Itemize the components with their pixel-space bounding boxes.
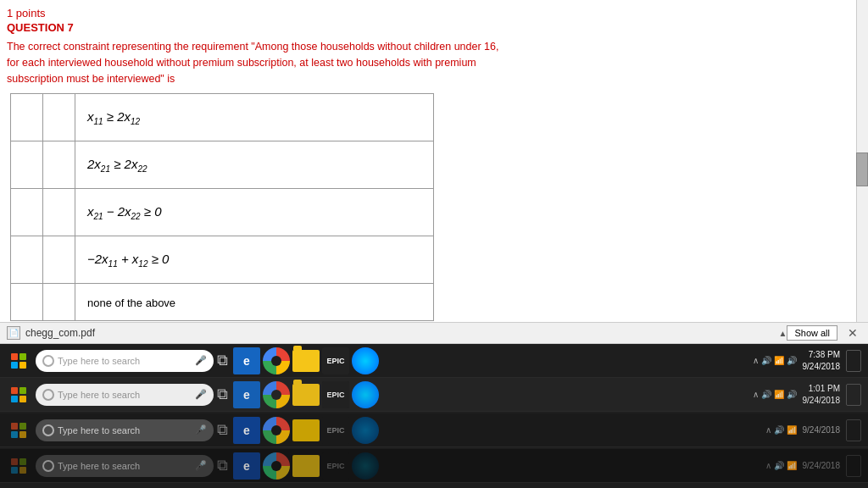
- notification-icon-4[interactable]: [846, 455, 861, 477]
- option-1-math: x11 ≥ 2x12: [87, 109, 140, 124]
- option-4-math: −2x11 + x12 ≥ 0: [87, 252, 169, 266]
- table-row: x21 − 2x22 ≥ 0: [11, 189, 434, 236]
- app-icon-1a[interactable]: EPIC: [322, 347, 349, 374]
- letter-cell-5: [43, 284, 75, 321]
- task-view-icon-4[interactable]: ⧉: [217, 457, 228, 474]
- folder-icon-4[interactable]: [292, 455, 320, 477]
- edge-icon-4[interactable]: e: [233, 452, 260, 480]
- edge-icon-2[interactable]: e: [233, 381, 260, 408]
- app-icon-3a[interactable]: EPIC: [322, 417, 349, 444]
- taskbar-apps-2: e EPIC: [233, 381, 379, 408]
- search-bar-2[interactable]: Type here to search 🎤: [36, 384, 214, 406]
- task-view-icon-1[interactable]: ⧉: [217, 352, 228, 369]
- option-5-content: none of the above: [75, 284, 434, 321]
- tray-wifi-2: 📶: [774, 390, 784, 399]
- edge-icon-1[interactable]: e: [233, 347, 260, 374]
- points-top-label: 1 points: [7, 7, 851, 19]
- option-3-content: x21 − 2x22 ≥ 0: [75, 189, 434, 236]
- search-bar-4[interactable]: Type here to search 🎤: [36, 455, 214, 477]
- notification-icon-1[interactable]: [846, 350, 861, 372]
- taskbar-row-4-right: ∧ 🔊 📶 9/24/2018: [765, 455, 869, 477]
- task-view-icon-2[interactable]: ⧉: [217, 385, 228, 403]
- start-button-4[interactable]: [3, 449, 34, 483]
- app-icon-3b[interactable]: [352, 417, 379, 444]
- table-row: 2x21 ≥ 2x22: [11, 141, 434, 189]
- clock-1: 7:38 PM 9/24/2018: [803, 349, 841, 373]
- tray-vol-4: 🔊: [774, 461, 784, 470]
- letter-cell-1: [43, 94, 75, 141]
- task-view-icon-3[interactable]: ⧉: [217, 421, 228, 439]
- option-4-content: −2x11 + x12 ≥ 0: [75, 236, 434, 284]
- notification-icon-3[interactable]: [846, 419, 861, 441]
- tray-chevron-3[interactable]: ∧: [765, 425, 771, 435]
- tray-wifi-4: 📶: [787, 461, 797, 470]
- clock-4: 9/24/2018: [803, 460, 841, 472]
- taskbar-row-4: Type here to search 🎤 ⧉ e EPIC ∧ 🔊 📶 9/2…: [0, 449, 868, 483]
- folder-icon-3[interactable]: [292, 419, 320, 441]
- table-row: none of the above: [11, 284, 434, 321]
- pdf-file-icon: 📄: [7, 326, 20, 340]
- chrome-icon-3[interactable]: [263, 417, 290, 444]
- radio-cell-4[interactable]: [11, 236, 43, 284]
- scrollbar-track[interactable]: [856, 0, 868, 322]
- search-bar-1[interactable]: Type here to search 🎤: [36, 350, 214, 372]
- tray-chevron-4[interactable]: ∧: [765, 461, 771, 470]
- mic-icon-4: 🎤: [195, 460, 207, 471]
- search-placeholder-1: Type here to search: [58, 356, 140, 366]
- app-icon-2a[interactable]: EPIC: [322, 381, 349, 408]
- start-button-1[interactable]: [3, 344, 34, 378]
- tray-network-icon-1: 🔊: [761, 356, 771, 365]
- radio-cell-2[interactable]: [11, 141, 43, 189]
- cortana-icon-1: [42, 355, 54, 367]
- scrollbar-thumb[interactable]: [856, 152, 868, 186]
- search-bar-3[interactable]: Type here to search 🎤: [36, 419, 214, 441]
- options-table: x11 ≥ 2x12 2x21 ≥ 2x22: [10, 93, 434, 321]
- taskbar-row-3-left: Type here to search 🎤 ⧉ e EPIC: [0, 413, 765, 447]
- clock-3: 9/24/2018: [803, 424, 841, 436]
- option-3-math: x21 − 2x22 ≥ 0: [87, 204, 162, 219]
- table-row: −2x11 + x12 ≥ 0: [11, 236, 434, 284]
- windows-logo-icon-2: [11, 387, 26, 402]
- clock-time-1: 7:38 PM: [803, 349, 841, 361]
- tray-volume-icon-1: 🔊: [787, 356, 797, 365]
- taskbar-apps-4: e EPIC: [233, 452, 379, 480]
- cortana-icon-3: [42, 424, 54, 436]
- tray-vol-2: 🔊: [787, 390, 797, 399]
- clock-2: 1:01 PM 9/24/2018: [803, 383, 841, 407]
- option-2-math: 2x21 ≥ 2x22: [87, 157, 147, 171]
- taskbar-row-1-left: Type here to search 🎤 ⧉ e EPIC: [0, 344, 753, 378]
- search-placeholder-2: Type here to search: [58, 390, 140, 400]
- start-button-3[interactable]: [3, 413, 34, 447]
- app-icon-4a[interactable]: EPIC: [322, 452, 349, 480]
- app-icon-4b[interactable]: [352, 452, 379, 480]
- folder-icon-1[interactable]: [292, 350, 320, 372]
- mic-icon-1: 🎤: [195, 355, 207, 366]
- cortana-icon-2: [42, 389, 54, 401]
- notification-icon-2[interactable]: [846, 384, 861, 406]
- none-of-above-text: none of the above: [87, 297, 175, 309]
- show-all-button[interactable]: Show all: [787, 325, 837, 341]
- radio-cell-1[interactable]: [11, 94, 43, 141]
- chrome-icon-1[interactable]: [263, 347, 290, 374]
- chrome-icon-4[interactable]: [263, 452, 290, 480]
- app-icon-1b[interactable]: [352, 347, 379, 374]
- app-icon-2b[interactable]: [352, 381, 379, 408]
- start-button-2[interactable]: [3, 378, 34, 412]
- tray-wifi-icon-1: 📶: [774, 356, 784, 365]
- clock-date-3b: 9/24/2018: [803, 424, 841, 436]
- letter-cell-2: [43, 141, 75, 189]
- option-1-content: x11 ≥ 2x12: [75, 94, 434, 141]
- edge-icon-3[interactable]: e: [233, 417, 260, 444]
- tray-chevron-2[interactable]: ∧: [753, 390, 759, 399]
- tray-chevron-1[interactable]: ∧: [753, 356, 759, 365]
- mic-icon-2: 🎤: [195, 389, 207, 400]
- radio-cell-3[interactable]: [11, 189, 43, 236]
- file-bar-close-button[interactable]: ✕: [844, 326, 861, 340]
- radio-cell-5[interactable]: [11, 284, 43, 321]
- taskbar-row-3-right: ∧ 🔊 📶 9/24/2018: [765, 419, 869, 441]
- main-content: 1 points QUESTION 7 The correct constrai…: [0, 0, 868, 322]
- chrome-icon-2[interactable]: [263, 381, 290, 408]
- cortana-icon-4: [42, 460, 54, 472]
- taskbar-row-1-right: ∧ 🔊 📶 🔊 7:38 PM 9/24/2018: [753, 349, 869, 373]
- folder-icon-2[interactable]: [292, 384, 320, 406]
